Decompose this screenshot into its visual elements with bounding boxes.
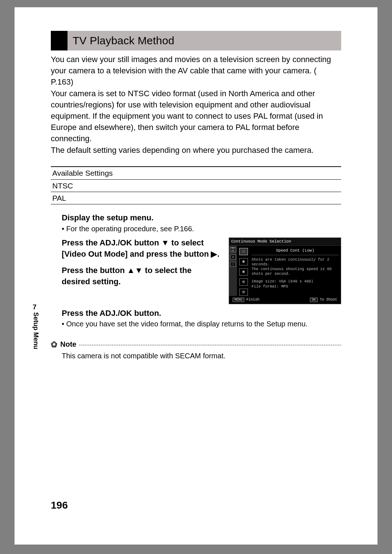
lcd-info-line: Image size: VGA (640 x 480) bbox=[252, 279, 339, 284]
lcd-ok-button-label: OK bbox=[310, 298, 318, 302]
lcd-option-column: ▢ ▣ ▣ ▤ ▤ bbox=[237, 246, 250, 296]
lcd-option-icon: ▣ bbox=[239, 258, 248, 265]
page-ref: P.163 bbox=[51, 77, 71, 86]
lcd-option-icon: ▢ bbox=[239, 248, 248, 255]
chapter-number: 7 bbox=[33, 303, 37, 311]
step-2: Press the ADJ./OK button ▼ to select [Vi… bbox=[51, 237, 221, 260]
step-1: Display the setup menu. For the operatin… bbox=[51, 212, 341, 234]
section-title: TV Playback Method bbox=[68, 31, 179, 50]
up-arrow-icon: ▲ bbox=[127, 266, 135, 275]
lcd-title: Continuous Mode Selection bbox=[229, 238, 341, 245]
table-header: Available Settings bbox=[51, 167, 341, 179]
lcd-info-line: File format: MPO bbox=[252, 284, 339, 289]
settings-table: Available Settings NTSC PAL bbox=[51, 166, 341, 204]
lcd-tab-icon: ◻ bbox=[230, 254, 236, 260]
note-label: Note bbox=[60, 339, 76, 349]
camera-lcd-screenshot: Continuous Mode Selection MODE ◻ ⬚ ▢ ▣ ▣… bbox=[229, 237, 341, 304]
chapter-title-vertical: Setup Menu bbox=[32, 312, 40, 349]
steps-list: Display the setup menu. For the operatin… bbox=[51, 212, 341, 329]
lcd-tab-icon: ⬚ bbox=[230, 262, 236, 267]
lcd-info-line: Shots are taken continuously for 2 secon… bbox=[252, 257, 339, 267]
note-divider bbox=[79, 345, 341, 345]
lcd-option-icon: ▤ bbox=[239, 278, 248, 286]
table-row: PAL bbox=[51, 192, 341, 204]
down-arrow-icon: ▼ bbox=[135, 266, 143, 275]
page-number: 196 bbox=[51, 500, 68, 511]
section-title-bar: TV Playback Method bbox=[51, 31, 341, 50]
note-text: This camera is not compatible with SECAM… bbox=[62, 351, 341, 361]
intro-paragraph-2: Your camera is set to NTSC video format … bbox=[51, 88, 341, 144]
title-marker bbox=[51, 31, 68, 50]
step-title: Press the ADJ./OK button ▼ to select [Vi… bbox=[62, 237, 221, 260]
step-4: Press the ADJ./OK button. Once you have … bbox=[51, 308, 341, 329]
lcd-selected-label: Speed Cont (Low) bbox=[252, 247, 339, 255]
lcd-tab-icon: MODE bbox=[230, 247, 236, 252]
step-3: Press the button ▲▼ to select the desire… bbox=[51, 265, 221, 288]
lcd-footer: MENU Finish OK To Shoot bbox=[229, 296, 341, 302]
step-title: Press the button ▲▼ to select the desire… bbox=[62, 265, 221, 288]
step-2-3-row: Press the ADJ./OK button ▼ to select [Vi… bbox=[51, 237, 341, 304]
main-content: You can view your still images and movie… bbox=[51, 54, 341, 361]
lcd-tab-column: MODE ◻ ⬚ bbox=[229, 246, 237, 296]
lcd-info-line: The continuous shooting speed is 60 shot… bbox=[252, 267, 339, 276]
right-arrow-icon: ▶ bbox=[211, 249, 217, 258]
note-header-row: Note bbox=[51, 339, 341, 349]
table-row: NTSC bbox=[51, 179, 341, 192]
intro-paragraph-1: You can view your still images and movie… bbox=[51, 54, 341, 87]
step-title: Display the setup menu. bbox=[62, 212, 341, 224]
step-title: Press the ADJ./OK button. bbox=[62, 308, 341, 319]
lcd-option-icon: ▣ bbox=[239, 268, 248, 276]
manual-page: TV Playback Method You can view your sti… bbox=[15, 7, 377, 545]
step-bullet: Once you have set the video format, the … bbox=[62, 319, 341, 329]
down-arrow-icon: ▼ bbox=[161, 238, 169, 247]
step-bullet: For the operating procedure, see P.166. bbox=[62, 224, 341, 234]
lcd-menu-button-label: MENU bbox=[233, 298, 244, 302]
note-icon bbox=[51, 341, 57, 347]
intro-paragraph-3: The default setting varies depending on … bbox=[51, 145, 341, 156]
lcd-option-icon: ▤ bbox=[239, 289, 248, 296]
lcd-detail-pane: Speed Cont (Low) Shots are taken continu… bbox=[250, 246, 341, 296]
